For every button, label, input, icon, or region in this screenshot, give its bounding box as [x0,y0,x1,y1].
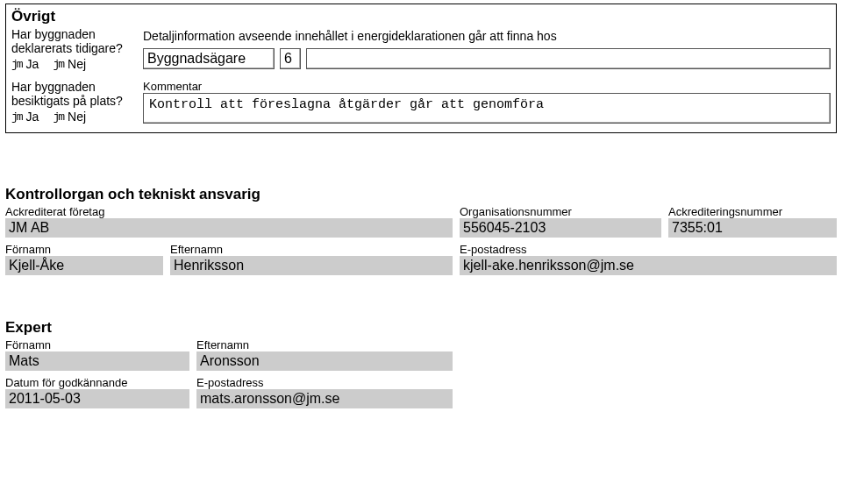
kontroll-epost-value: kjell-ake.henriksson@jm.se [460,256,837,275]
expert-datum-value: 2011-05-03 [5,389,189,408]
expert-section: Expert Förnamn Mats Efternamn Aronsson D… [5,319,837,408]
detail-info-text: Detaljinformation avseende innehållet i … [143,29,831,43]
ack-foretag-value: JM AB [5,218,453,238]
owner-select[interactable]: Byggnadsägare [143,48,275,69]
kontroll-efternamn-value: Henriksson [170,256,453,275]
expert-fornamn-label: Förnamn [5,338,189,351]
ovrigt-section: Övrigt Har byggnaden deklarerats tidigar… [5,4,837,133]
q1-nej-radio[interactable]: jm Nej [53,57,86,71]
kontroll-fornamn-value: Kjell-Åke [5,256,163,275]
radio-icon: jm [11,110,22,124]
orgnr-label: Organisationsnummer [460,205,661,218]
q2-ja-radio[interactable]: jm Ja [11,110,39,124]
kontroll-epost-label: E-postadress [460,243,837,256]
komment-textarea[interactable]: Kontroll att föreslagna åtgärder går att… [143,93,831,124]
orgnr-value: 556045-2103 [460,218,661,238]
expert-efternamn-value: Aronsson [196,351,453,371]
q1-ja-label: Ja [26,57,39,71]
q2-ja-label: Ja [26,110,39,124]
expert-title: Expert [5,319,837,337]
expert-epost-value: mats.aronsson@jm.se [196,389,453,408]
ovrigt-title: Övrigt [11,8,831,25]
expert-fornamn-value: Mats [5,351,189,371]
q1-nej-label: Nej [68,57,86,71]
komment-label: Kommentar [143,80,831,93]
expert-epost-label: E-postadress [196,376,453,389]
expert-datum-label: Datum för godkännande [5,376,189,389]
q2-nej-label: Nej [68,110,86,124]
acknr-label: Ackrediteringsnummer [668,205,837,218]
expert-efternamn-label: Efternamn [196,338,453,351]
kontroll-title: Kontrollorgan och tekniskt ansvarig [5,186,837,203]
q2-nej-radio[interactable]: jm Nej [53,110,86,124]
acknr-value: 7355:01 [668,218,837,238]
q1-ja-radio[interactable]: jm Ja [11,57,39,71]
q1-text: Har byggnaden deklarerats tidigare? [11,27,143,55]
kontroll-efternamn-label: Efternamn [170,243,453,256]
kontroll-section: Kontrollorgan och tekniskt ansvarig Ackr… [5,186,837,275]
ack-foretag-label: Ackrediterat företag [5,205,453,218]
owner-extra-field[interactable] [306,48,831,69]
radio-icon: jm [11,58,22,71]
kontroll-fornamn-label: Förnamn [5,243,163,256]
radio-icon: jm [53,110,63,124]
q2-text: Har byggnaden besiktigats på plats? [11,80,143,108]
radio-icon: jm [53,58,63,71]
owner-num-field[interactable]: 6 [280,48,301,69]
